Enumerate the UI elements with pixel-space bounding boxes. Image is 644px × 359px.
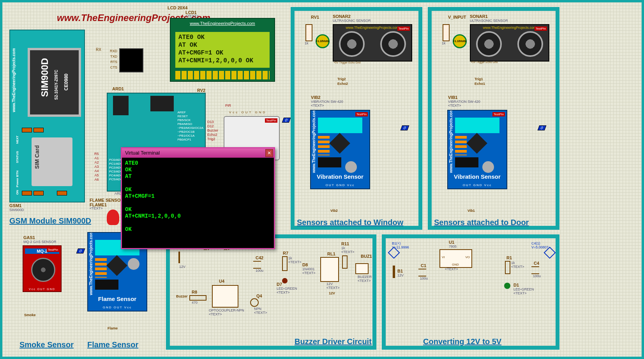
c1-val: 100u — [420, 276, 428, 280]
sonar-eye-left — [339, 31, 365, 57]
win-rv-pot[interactable] — [305, 24, 312, 41]
c4-val: 100u — [533, 274, 541, 278]
serial-pins: RXDTXDRTSCTS — [110, 48, 117, 70]
lcd-pins — [175, 71, 270, 79]
probe-in-label: B1(+) — [392, 241, 401, 245]
win-voltprobe[interactable]: +1.10Volts — [316, 34, 330, 48]
mq2-module[interactable]: MQ-2 TestPin Vcc OUT GND — [23, 245, 62, 292]
gas-part: MQ-2 GAS SENSOR — [23, 240, 56, 244]
d1-ref: D1 — [513, 283, 519, 287]
d7-part: LED-GREEN — [277, 287, 297, 290]
win-sonar-module[interactable]: www.TheEngineeringProjects.com TestPin — [333, 24, 412, 62]
r11-val: 1k — [341, 246, 345, 250]
door-sonar-testpin: TestPin — [535, 26, 547, 31]
r1-symbol — [505, 261, 510, 274]
b1-ref: B1 — [397, 269, 403, 273]
door-sonar-pins: +5V Trigger Echo Gnd — [471, 61, 498, 63]
virtual-terminal-window[interactable]: Virtual Terminal ✕ ATE0 OK AT OK AT+CMGF… — [121, 147, 275, 249]
door-rv-pot[interactable] — [443, 24, 450, 41]
gsm-pin-pwr: Power BTN — [16, 171, 19, 187]
u4-part: OPTOCOUPLER-NPN — [209, 308, 244, 312]
rl1-ref: RL1 — [327, 252, 335, 256]
sonar-eye-right — [380, 31, 406, 57]
gsm-partno: SIM900D — [39, 58, 50, 97]
win-sonar-ref: SONAR2 — [333, 14, 351, 19]
gsm-side-url: www.TheEngineeringProjects.com — [12, 50, 16, 112]
r11-symbol — [342, 255, 348, 269]
c1-ref: C1 — [421, 263, 426, 268]
gsm-module[interactable]: www.TheEngineeringProjects.com SIM900D S… — [9, 30, 85, 202]
serial-net: RX — [96, 48, 101, 52]
door-vib-ref: VIB1 — [448, 95, 457, 100]
converter-schematic[interactable]: B1(+) V=11.9996 B1 12V C1 100u U1 7805 V… — [390, 240, 553, 337]
r8-ref: R8 — [192, 290, 197, 294]
terminal-title: Virtual Terminal — [125, 150, 160, 156]
door-rv-val: 1k — [442, 41, 446, 45]
lcd-model: LCD 20X4 — [168, 5, 187, 10]
mq2-can — [31, 258, 55, 282]
d1-part: LED-GREEN — [513, 287, 534, 291]
win-sonar-pins: +5V Trigger Echo Gnd — [333, 61, 361, 64]
r7-text: <TEXT> — [288, 260, 302, 264]
win-vib-module[interactable]: www.TheEngineeringProjects.com TestPin V… — [310, 110, 370, 189]
q4-ref: Q4 — [256, 294, 262, 298]
gsm-pin-next: NEXT — [16, 136, 19, 144]
arduino-right-nets: D13D12Buzzer Echo2Trig2 — [207, 120, 218, 141]
u4-ref: U4 — [219, 279, 224, 283]
bat1-symbol — [178, 252, 180, 263]
win-vib-testpin: TestPin — [355, 112, 368, 116]
q4-part: NPN — [254, 307, 261, 311]
serial-terminal-component[interactable] — [119, 48, 143, 72]
door-voltprobe[interactable]: +1.10Volts — [453, 34, 467, 48]
door-sonar-ref: SONAR1 — [470, 14, 488, 19]
probe-out-label: C4(1) — [531, 241, 540, 245]
gsm-caption: GSM Module SIM900D — [9, 216, 91, 225]
win-vib-part: VIBRATION SW-420 — [311, 100, 343, 104]
win-sonar-testpin: TestPin — [397, 26, 410, 31]
bat1-val: 12V — [179, 265, 185, 269]
door-sonar-module[interactable]: www.TheEngineeringProjects.com TestPin — [470, 24, 549, 62]
d1-symbol — [504, 283, 510, 289]
d8-ref: D8 — [302, 262, 308, 267]
r7-ref: R7 — [283, 251, 288, 255]
mq2-testpin: TestPin — [47, 248, 59, 252]
win-sonar-net1: Trig2 — [337, 77, 346, 81]
flame-text: <TEXT> — [90, 206, 103, 210]
u1-part: 7805 — [449, 245, 457, 248]
gsm-chip: SIM900D S2-1041Y-Z097C CE0980 — [28, 48, 81, 117]
gsm-part: SIM900D — [9, 208, 24, 212]
door-caption: Sensors attached to Door — [434, 218, 529, 227]
u1-ref: U1 — [449, 240, 454, 245]
pir-flag: 0 — [282, 118, 291, 123]
rl1-val: 12V — [326, 282, 333, 286]
buzzer-schematic[interactable]: BAT1 <TEXT> 12V 12V Buzzer R8 470 U4 OPT… — [174, 240, 369, 337]
door-vib-title: Vibration Sensor — [448, 173, 506, 180]
win-vib-side: www.TheEngineeringProjects.com — [312, 122, 316, 173]
net-12v-3: 12V — [329, 291, 335, 295]
terminal-titlebar[interactable]: Virtual Terminal ✕ — [122, 148, 274, 158]
u4-text: <TEXT> — [209, 312, 222, 316]
terminal-output[interactable]: ATE0 OK AT OK AT+CMGF=1 OK AT+CNMI=1,2,0… — [122, 158, 274, 248]
flame-pins: GND OUT Vcc — [88, 306, 146, 309]
arduino-right-pins: AREF RESETPB5/SCKPB4/MISO ~PB3/MOSI/OC2A… — [178, 111, 203, 142]
lcd-url: www.TheEngineeringProjects.com — [171, 19, 274, 26]
close-icon[interactable]: ✕ — [265, 149, 273, 157]
pir-pins: Vcc OUT GND — [229, 111, 266, 114]
door-rv-ref: V_INPUT — [448, 15, 466, 19]
gsm-pin-status: STATUS — [16, 151, 19, 163]
buz-symbol — [355, 263, 369, 274]
door-sonar-net2: Echo1 — [475, 82, 485, 86]
schematic-canvas[interactable]: www.TheEngineeringProjects.com www.TheEn… — [0, 0, 644, 359]
r1-text: <TEXT> — [511, 265, 524, 269]
d8-part: 1N4001 — [302, 267, 315, 271]
r1-val: 1k — [511, 261, 515, 265]
b1-val: 12V — [397, 273, 404, 277]
lcd-text: <TEXT> — [185, 14, 199, 18]
r8-symbol — [189, 295, 206, 301]
win-vib-pins: OUT GND Vcc — [311, 183, 369, 187]
win-vib-net: Vib2 — [330, 209, 338, 213]
flame-side-url: www.TheEngineeringProjects.com — [89, 245, 94, 295]
buz-ref: BUZ1 — [361, 254, 372, 259]
door-vib-module[interactable]: www.TheEngineeringProjects.com TestPin V… — [447, 110, 507, 189]
lcd-module[interactable]: www.TheEngineeringProjects.com ATE0 OK A… — [170, 18, 275, 82]
